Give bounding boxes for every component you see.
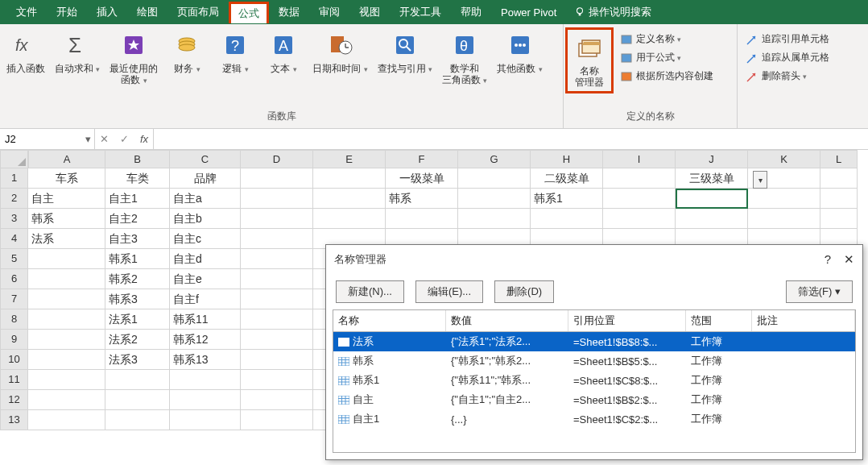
cell-D13[interactable] (241, 410, 313, 430)
cell-E3[interactable] (313, 209, 386, 229)
col-header-A[interactable]: A (28, 150, 105, 168)
cell-B4[interactable]: 自主3 (105, 229, 170, 249)
cell-B5[interactable]: 韩系1 (105, 249, 170, 269)
cell-J3[interactable] (676, 209, 748, 229)
row-header-6[interactable]: 6 (0, 269, 28, 289)
cell-G2[interactable] (458, 189, 531, 209)
cell-C2[interactable]: 自主a (170, 189, 241, 209)
cell-C4[interactable]: 自主c (170, 229, 241, 249)
ribbon-btn-0[interactable]: Σ自动求和 ▾ (50, 27, 105, 78)
cell-C7[interactable]: 自主f (170, 289, 241, 309)
cell-C1[interactable]: 品牌 (170, 168, 241, 189)
col-header-G[interactable]: G (458, 150, 531, 168)
menu-tab-视图[interactable]: 视图 (349, 0, 390, 24)
ribbon-btn-6[interactable]: 查找与引用 ▾ (373, 27, 437, 78)
cell-C6[interactable]: 自主e (170, 269, 241, 289)
row-header-7[interactable]: 7 (0, 289, 28, 309)
menu-tab-Power Pivot[interactable]: Power Pivot (491, 2, 566, 23)
cell-L3[interactable] (820, 209, 858, 229)
col-header-J[interactable]: J (676, 150, 748, 168)
cell-D3[interactable] (241, 209, 313, 229)
cell-E2[interactable] (313, 189, 386, 209)
cell-C12[interactable] (170, 390, 241, 410)
name-manager-button[interactable]: 名称管理器 (565, 27, 614, 93)
row-header-9[interactable]: 9 (0, 330, 28, 350)
filter-button[interactable]: 筛选(F) ▾ (786, 280, 853, 303)
cell-A4[interactable]: 法系 (28, 229, 105, 249)
row-header-10[interactable]: 10 (0, 350, 28, 370)
cell-A11[interactable] (28, 370, 105, 390)
cell-D11[interactable] (241, 370, 313, 390)
row-header-8[interactable]: 8 (0, 309, 28, 330)
col-header-D[interactable]: D (241, 150, 313, 168)
cell-D2[interactable] (241, 189, 313, 209)
define-name-item-2[interactable]: 根据所选内容创建 (617, 68, 717, 85)
dialog-close-icon[interactable]: ✕ (844, 252, 854, 267)
cell-A6[interactable] (28, 269, 105, 289)
menu-tab-公式[interactable]: 公式 (229, 2, 269, 23)
col-header-K[interactable]: K (748, 150, 820, 168)
cell-C5[interactable]: 自主d (170, 249, 241, 269)
cell-D8[interactable] (241, 309, 313, 330)
cancel-icon[interactable]: ✕ (100, 133, 109, 145)
menu-tab-审阅[interactable]: 审阅 (309, 0, 349, 24)
cell-B6[interactable]: 韩系2 (105, 269, 170, 289)
cell-L1[interactable] (820, 168, 858, 189)
row-header-1[interactable]: 1 (0, 168, 28, 189)
cell-B1[interactable]: 车类 (105, 168, 170, 189)
audit-item-0[interactable]: 追踪引用单元格 (742, 31, 833, 48)
cell-D6[interactable] (241, 269, 313, 289)
ribbon-btn-1[interactable]: 最近使用的函数 ▾ (105, 27, 163, 89)
cell-D10[interactable] (241, 350, 313, 370)
col-header-F[interactable]: F (386, 150, 458, 168)
ribbon-btn-7[interactable]: θ数学和三角函数 ▾ (437, 27, 492, 89)
name-box[interactable]: ▾ (0, 129, 95, 149)
row-header-4[interactable]: 4 (0, 229, 28, 249)
cell-B11[interactable] (105, 370, 170, 390)
define-name-item-0[interactable]: 定义名称 ▾ (617, 31, 717, 48)
cell-B7[interactable]: 韩系3 (105, 289, 170, 309)
audit-item-1[interactable]: 追踪从属单元格 (742, 49, 833, 66)
col-header-B[interactable]: B (105, 150, 170, 168)
cell-B12[interactable] (105, 390, 170, 410)
cell-F1[interactable]: 一级菜单 (386, 168, 458, 189)
row-header-3[interactable]: 3 (0, 209, 28, 229)
cell-B9[interactable]: 法系2 (105, 330, 170, 350)
cell-B2[interactable]: 自主1 (105, 189, 170, 209)
menu-tab-开发工具[interactable]: 开发工具 (390, 0, 451, 24)
row-header-11[interactable]: 11 (0, 370, 28, 390)
define-name-item-1[interactable]: 用于公式 ▾ (617, 49, 717, 66)
cell-A5[interactable] (28, 249, 105, 269)
cell-C11[interactable] (170, 370, 241, 390)
ribbon-btn-2[interactable]: 财务 ▾ (163, 27, 211, 78)
cell-C13[interactable] (170, 410, 241, 430)
cell-A8[interactable] (28, 309, 105, 330)
cell-D1[interactable] (241, 168, 313, 189)
confirm-icon[interactable]: ✓ (120, 133, 129, 145)
row-header-12[interactable]: 12 (0, 390, 28, 410)
cell-L2[interactable] (820, 189, 858, 209)
tell-me-search[interactable]: 操作说明搜索 (566, 0, 659, 24)
cell-A9[interactable] (28, 330, 105, 350)
cell-H3[interactable] (531, 209, 603, 229)
cell-E1[interactable] (313, 168, 386, 189)
cell-C10[interactable]: 韩系13 (170, 350, 241, 370)
col-header-I[interactable]: I (603, 150, 676, 168)
audit-item-2[interactable]: 删除箭头 ▾ (742, 68, 833, 85)
fx-icon[interactable]: fx (140, 133, 148, 145)
menu-tab-文件[interactable]: 文件 (6, 0, 47, 24)
name-list-row[interactable]: 法系{"法系1";"法系2...=Sheet1!$B$8:$...工作簿 (333, 332, 855, 351)
new-button[interactable]: 新建(N)... (336, 280, 404, 303)
cell-B10[interactable]: 法系3 (105, 350, 170, 370)
name-box-input[interactable] (0, 131, 82, 147)
menu-tab-帮助[interactable]: 帮助 (451, 0, 491, 24)
cell-I3[interactable] (603, 209, 676, 229)
cell-J2[interactable] (676, 189, 748, 209)
col-header-H[interactable]: H (531, 150, 603, 168)
menu-tab-绘图[interactable]: 绘图 (127, 0, 167, 24)
menu-tab-插入[interactable]: 插入 (87, 0, 127, 24)
cell-A2[interactable]: 自主 (28, 189, 105, 209)
name-list-row[interactable]: 韩系{"韩系1";"韩系2...=Sheet1!$B$5:$...工作簿 (333, 351, 855, 371)
edit-button[interactable]: 编辑(E)... (415, 280, 483, 303)
cell-F2[interactable]: 韩系 (386, 189, 458, 209)
